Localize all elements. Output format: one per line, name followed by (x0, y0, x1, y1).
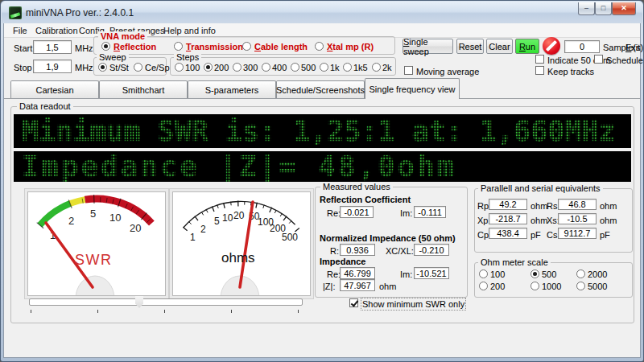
radio-steps-1k5-label[interactable]: 1k5 (353, 63, 368, 72)
menu-file[interactable]: File (10, 25, 31, 36)
ohm-scale-10: 10 (222, 212, 233, 224)
radio-scale-100-label[interactable]: 100 (490, 269, 505, 279)
radio-steps-1k[interactable] (320, 63, 328, 72)
radio-scale-5000[interactable] (576, 282, 585, 290)
ohm-meter-scale-group (474, 262, 633, 298)
tab-cartesian[interactable]: Cartesian (10, 80, 99, 98)
swr-scale-5: 5 (90, 208, 96, 220)
start-frequency-input[interactable]: 1,5 (33, 40, 72, 54)
impedance-im-value: -10.521 (414, 267, 449, 279)
slider-tick (164, 310, 165, 313)
meter-slider-track[interactable] (29, 298, 303, 306)
exit-button[interactable]: Exit (625, 43, 640, 52)
swr-meter: 1 2 5 10 20 SWR (27, 191, 166, 296)
radio-scale-500[interactable] (530, 269, 539, 278)
stop-record-icon[interactable] (543, 37, 560, 55)
show-min-swr-checkbox[interactable] (349, 298, 358, 307)
radio-xtal[interactable] (315, 42, 324, 51)
radio-transmission-label[interactable]: Transmission (186, 42, 243, 51)
impedance-im-label: Im: (400, 269, 412, 279)
radio-cable-length-label[interactable]: Cable length (254, 42, 308, 51)
led-display-swr-line: Minimum SWR is: 1,25:1 at: 1,660MHz (14, 114, 631, 148)
slider-tick (31, 310, 31, 313)
tab-single-frequency-view[interactable]: Single frequency view (365, 78, 460, 99)
radio-transmission[interactable] (174, 42, 183, 51)
normalized-r-label: R: (330, 246, 339, 256)
ohm-meter: 1 2 5 10 20 50 100 200 500 ohms (172, 191, 311, 296)
single-sweep-button[interactable]: Single sweep (402, 39, 453, 54)
steps-title: Steps (174, 52, 201, 62)
radio-steps-300[interactable] (233, 63, 242, 72)
radio-scale-200[interactable] (479, 282, 488, 290)
radio-xtal-label[interactable]: Xtal mp (R) (327, 42, 374, 51)
radio-steps-200[interactable] (204, 63, 213, 72)
swr-meter-label: SWR (75, 252, 113, 268)
radio-scale-100[interactable] (479, 269, 488, 278)
moving-average-checkbox[interactable] (404, 66, 413, 75)
radio-steps-2k-label[interactable]: 2k (382, 63, 392, 72)
radio-steps-200-label[interactable]: 200 (214, 63, 229, 72)
radio-reflection[interactable] (101, 42, 110, 51)
impedance-z-value: 47.967 (340, 279, 375, 291)
reflection-coefficient-title: Reflection Coefficient (320, 195, 411, 204)
radio-scale-1000[interactable] (530, 282, 539, 290)
tab-smithchart[interactable]: Smithchart (99, 80, 188, 98)
radio-scale-2000[interactable] (576, 269, 585, 278)
keep-tracks-checkbox[interactable] (535, 66, 544, 75)
run-button[interactable]: Run (515, 39, 539, 54)
cs-value: 9112.7 (558, 228, 597, 239)
swr-scale-10: 10 (109, 212, 121, 224)
radio-steps-1k-label[interactable]: 1k (330, 63, 340, 72)
menu-help[interactable]: Help and info (160, 25, 219, 36)
radio-steps-500-label[interactable]: 500 (301, 63, 316, 72)
radio-steps-500[interactable] (291, 63, 299, 72)
radio-scale-200-label[interactable]: 200 (490, 282, 505, 291)
radio-cable-length[interactable] (242, 42, 251, 51)
impedance-re-label: Re: (327, 269, 341, 279)
radio-steps-1k5[interactable] (343, 63, 352, 72)
window-title: miniVNA Pro ver.: 2.4.0.1 (26, 7, 134, 19)
radio-stst-label[interactable]: St/St (109, 63, 129, 72)
radio-cesp[interactable] (134, 63, 142, 72)
schedule-label[interactable]: Schedule (606, 56, 643, 65)
radio-scale-5000-label[interactable]: 5000 (588, 282, 607, 291)
schedule-checkbox[interactable] (594, 55, 603, 64)
ohm-scale-20: 20 (233, 210, 245, 221)
start-label: Start (14, 43, 32, 53)
reset-button[interactable]: Reset (456, 39, 484, 54)
tab-schedule-screenshots[interactable]: Schedule/Screenshots (276, 80, 365, 98)
radio-stst[interactable] (98, 63, 107, 72)
radio-cesp-label[interactable]: Ce/Sp (145, 63, 170, 72)
radio-scale-500-label[interactable]: 500 (542, 269, 556, 279)
clear-button[interactable]: Clear (486, 39, 513, 54)
show-min-swr-label[interactable]: Show minimum SWR only (362, 299, 464, 309)
maximize-button[interactable]: □ (595, 2, 612, 15)
radio-reflection-label[interactable]: Reflection (114, 42, 156, 51)
tab-strip-line (4, 98, 640, 99)
normalized-x-value: -0.210 (414, 244, 449, 256)
radio-scale-2000-label[interactable]: 2000 (588, 269, 607, 279)
radio-steps-100[interactable] (175, 63, 184, 72)
stop-frequency-input[interactable]: 1,9 (33, 60, 72, 73)
radio-steps-2k[interactable] (372, 63, 381, 72)
swr-meter-figure: 1 2 5 10 20 SWR (28, 192, 165, 295)
close-button[interactable]: ✕ (612, 2, 636, 15)
radio-steps-400-label[interactable]: 400 (272, 63, 287, 72)
radio-steps-300-label[interactable]: 300 (243, 63, 258, 72)
radio-steps-100-label[interactable]: 100 (185, 63, 200, 72)
moving-average-label[interactable]: Moving average (416, 67, 479, 76)
impedance-z-label: |Z|: (323, 282, 336, 291)
equivalents-title: Parallell and serial equivalents (478, 183, 603, 193)
radio-steps-400[interactable] (262, 63, 270, 72)
keep-tracks-label[interactable]: Keep tracks (547, 67, 594, 76)
indicate-50-ohm-checkbox[interactable] (535, 55, 544, 64)
swr-scale-20: 20 (130, 222, 141, 234)
minimize-button[interactable]: – (578, 2, 595, 15)
tab-s-parameters[interactable]: S-parameters (188, 80, 276, 98)
vna-mode-title: VNA mode (98, 31, 147, 41)
impedance-re-value: 46.799 (340, 267, 375, 279)
radio-scale-1000-label[interactable]: 1000 (542, 282, 561, 291)
normalized-r-value: 0.936 (340, 244, 375, 256)
sweep-title: Sweep (97, 52, 129, 62)
menu-calibration[interactable]: Calibration (32, 25, 81, 36)
